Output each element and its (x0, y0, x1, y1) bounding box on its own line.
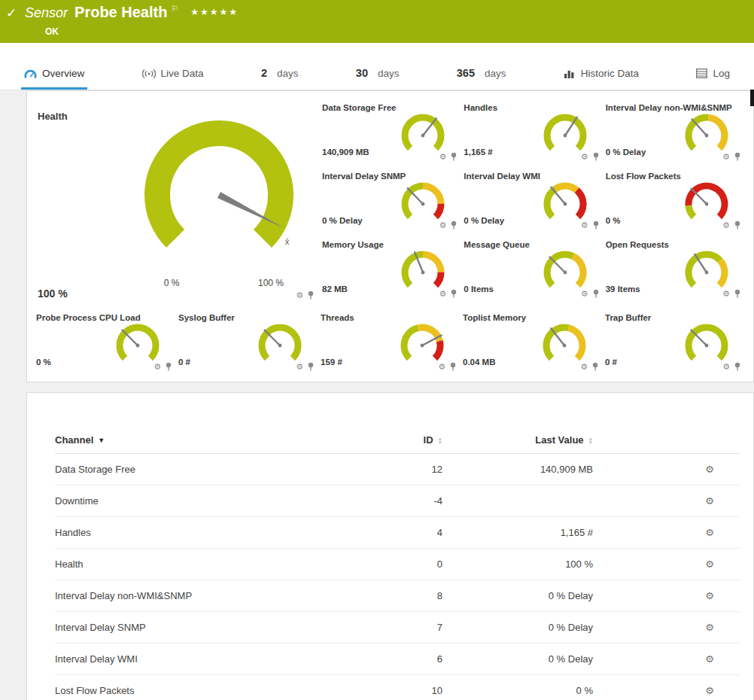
pin-icon[interactable] (734, 289, 741, 298)
live-signal-icon (142, 68, 156, 79)
channel-settings-gear-icon[interactable]: ⚙ (705, 527, 714, 538)
pin-icon[interactable] (734, 362, 741, 371)
gauge-card: Interval Delay WMI 0 % Delay ⚙ (464, 167, 605, 236)
gear-icon[interactable]: ⚙ (581, 290, 588, 298)
health-gauge-card: Health x̄ 0 % 100 % 100 % ⚙ (36, 99, 322, 304)
gauge-card: Handles 1,165 # ⚙ (464, 99, 605, 167)
tab-log[interactable]: Log (693, 68, 733, 90)
tab-365-days[interactable]: 365 days (454, 67, 509, 90)
gear-icon[interactable]: ⚙ (439, 153, 446, 161)
pin-icon[interactable] (734, 152, 741, 161)
channel-name[interactable]: Data Storage Free (55, 464, 386, 475)
gear-icon[interactable]: ⚙ (296, 363, 303, 371)
channel-name[interactable]: Interval Delay WMI (55, 653, 386, 665)
gear-icon[interactable]: ⚙ (581, 153, 588, 161)
gauge-value: 0 % (36, 358, 51, 367)
gauge-value: 0 Items (464, 285, 494, 294)
tab-30-days[interactable]: 30 days (353, 67, 403, 90)
channel-settings-gear-icon[interactable]: ⚙ (705, 464, 714, 475)
pin-icon[interactable] (449, 362, 457, 371)
pin-icon[interactable] (307, 291, 315, 300)
gauge-value: 1,165 # (464, 148, 492, 157)
gauge-max-label: 100 % (258, 278, 284, 288)
gear-icon[interactable]: ⚙ (154, 363, 161, 371)
gear-icon[interactable]: ⚙ (581, 221, 588, 230)
pin-icon[interactable] (165, 362, 172, 371)
tab-live-data[interactable]: Live Data (139, 68, 207, 90)
pin-icon[interactable] (450, 221, 458, 230)
table-header: Channel▼ ID▲▼ Last Value▲▼ (55, 426, 740, 454)
gear-icon[interactable]: ⚙ (438, 363, 445, 371)
channel-name[interactable]: Interval Delay SNMP (55, 622, 386, 633)
gear-icon[interactable]: ⚙ (580, 363, 588, 371)
tab-historic-data[interactable]: Historic Data (561, 68, 642, 90)
gauge-title: Health (38, 111, 68, 122)
sort-toggle-icon[interactable]: ▲▼ (588, 437, 593, 444)
table-row[interactable]: Interval Delay SNMP 7 0 % Delay ⚙ (55, 612, 740, 644)
favorite-flag-icon[interactable]: ⚐ (171, 4, 178, 13)
tab-2-days[interactable]: 2 days (258, 67, 302, 90)
gauge-actions: ⚙ (296, 291, 315, 300)
table-body: Data Storage Free 12 140,909 MB ⚙ Downti… (55, 454, 740, 700)
pin-icon[interactable] (592, 221, 600, 230)
gear-icon[interactable]: ⚙ (722, 153, 730, 161)
table-row[interactable]: Handles 4 1,165 # ⚙ (55, 517, 740, 549)
sort-desc-icon[interactable]: ▼ (98, 437, 105, 444)
channel-settings-gear-icon[interactable]: ⚙ (705, 558, 714, 570)
tab-bar: Overview Live Data 2 days 30 days 365 da… (0, 43, 754, 90)
gauge-grid-bottom: Probe Process CPU Load 0 % ⚙ Syslog Buff… (36, 309, 747, 377)
table-row[interactable]: Data Storage Free 12 140,909 MB ⚙ (55, 454, 740, 485)
channel-settings-gear-icon[interactable]: ⚙ (705, 685, 714, 696)
gear-icon[interactable]: ⚙ (722, 290, 730, 298)
table-row[interactable]: Interval Delay WMI 6 0 % Delay ⚙ (55, 644, 740, 675)
channel-name[interactable]: Downtime (55, 495, 386, 507)
channel-last-value: 100 % (442, 558, 593, 570)
table-row[interactable]: Interval Delay non-WMI&SNMP 8 0 % Delay … (55, 580, 740, 612)
gear-icon[interactable]: ⚙ (722, 221, 730, 230)
gauge-card: Lost Flow Packets 0 % ⚙ (606, 167, 747, 236)
channel-settings-gear-icon[interactable]: ⚙ (705, 590, 714, 601)
gauge-value: 0.04 MB (463, 358, 495, 367)
channel-settings-gear-icon[interactable]: ⚙ (705, 653, 714, 665)
tab-number: 365 (457, 67, 475, 79)
gauge-value: 140,909 MB (322, 148, 369, 157)
channel-id: 4 (386, 527, 442, 538)
priority-stars[interactable]: ★★★★★ (190, 7, 239, 17)
pin-icon[interactable] (592, 289, 600, 298)
column-header-channel[interactable]: Channel▼ (55, 434, 386, 446)
gear-icon[interactable]: ⚙ (439, 221, 446, 230)
channel-settings-gear-icon[interactable]: ⚙ (705, 495, 714, 507)
gear-icon[interactable]: ⚙ (722, 363, 730, 371)
channel-last-value: 140,909 MB (442, 464, 593, 475)
pin-icon[interactable] (450, 289, 458, 298)
gauge-actions: ⚙ (296, 362, 315, 371)
gauge-value: 0 % Delay (464, 216, 504, 225)
gauges-panel: Health x̄ 0 % 100 % 100 % ⚙ Data Storage… (26, 90, 754, 382)
gauge-card: Interval Delay non-WMI&SNMP 0 % Delay ⚙ (606, 99, 747, 167)
gear-icon[interactable]: ⚙ (296, 291, 303, 300)
table-row[interactable]: Downtime -4 ⚙ (55, 485, 740, 517)
channel-settings-gear-icon[interactable]: ⚙ (705, 622, 714, 633)
channel-name[interactable]: Handles (55, 527, 386, 538)
tab-label: Log (713, 68, 730, 79)
table-row[interactable]: Lost Flow Packets 10 0 % ⚙ (55, 675, 740, 700)
tab-label: days (378, 68, 400, 79)
gauge-actions: ⚙ (722, 152, 741, 161)
column-header-id[interactable]: ID▲▼ (386, 434, 442, 446)
gear-icon[interactable]: ⚙ (439, 290, 446, 298)
pin-icon[interactable] (592, 152, 600, 161)
pin-icon[interactable] (307, 362, 315, 371)
pin-icon[interactable] (734, 221, 741, 230)
status-ok-check-icon: ✓ (6, 5, 17, 21)
channel-name[interactable]: Interval Delay non-WMI&SNMP (55, 590, 386, 601)
pin-icon[interactable] (591, 362, 599, 371)
column-header-last-value[interactable]: Last Value▲▼ (442, 434, 593, 446)
gauge-icon (24, 68, 37, 79)
channel-name[interactable]: Lost Flow Packets (55, 685, 386, 696)
channel-name[interactable]: Health (55, 558, 386, 570)
status-badge: OK (45, 26, 59, 37)
table-row[interactable]: Health 0 100 % ⚙ (55, 549, 740, 580)
pin-icon[interactable] (450, 152, 458, 161)
channel-id: 10 (386, 685, 442, 696)
tab-overview[interactable]: Overview (21, 68, 87, 90)
